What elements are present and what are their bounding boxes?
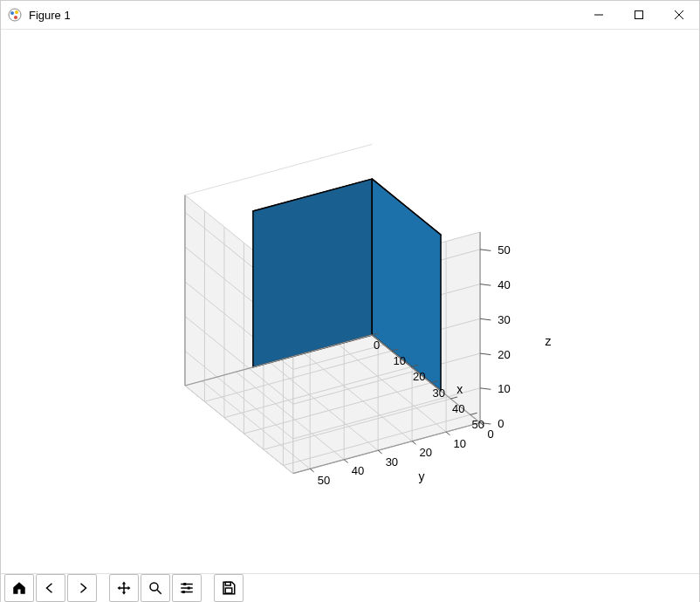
svg-line-75 <box>157 590 161 594</box>
svg-line-66 <box>344 460 348 463</box>
tick-label: 40 <box>352 464 364 477</box>
tick-label: 40 <box>452 402 464 415</box>
maximize-button[interactable] <box>619 1 659 29</box>
svg-point-0 <box>9 9 21 21</box>
svg-line-65 <box>378 450 382 454</box>
tick-label: 50 <box>472 418 484 431</box>
svg-line-64 <box>412 441 416 445</box>
tick-label: 20 <box>413 370 425 383</box>
tick-label: 50 <box>318 474 330 487</box>
svg-rect-81 <box>182 591 185 593</box>
svg-line-73 <box>480 250 491 251</box>
back-button[interactable] <box>36 574 65 602</box>
minimize-button[interactable] <box>579 1 619 29</box>
svg-rect-77 <box>183 583 186 585</box>
tick-label: 0 <box>374 339 380 352</box>
home-button[interactable] <box>4 574 34 602</box>
tick-label: 40 <box>498 278 510 291</box>
svg-marker-48 <box>253 179 372 367</box>
svg-point-2 <box>15 10 18 14</box>
svg-point-1 <box>10 11 14 15</box>
zoom-button[interactable] <box>141 574 170 602</box>
tick-label: y <box>418 469 424 483</box>
svg-line-71 <box>480 318 491 320</box>
svg-line-72 <box>480 284 491 286</box>
svg-rect-83 <box>225 588 232 593</box>
app-icon <box>8 8 22 22</box>
plot-canvas[interactable]: 010203040500102030405001020304050xyz <box>1 30 699 573</box>
tick-label: 30 <box>386 455 398 469</box>
svg-rect-79 <box>188 587 190 590</box>
svg-rect-5 <box>635 11 643 19</box>
svg-line-63 <box>446 432 450 435</box>
pan-button[interactable] <box>109 574 139 602</box>
tick-label: 30 <box>433 387 445 400</box>
tick-label: 0 <box>498 417 504 430</box>
tick-label: 0 <box>488 428 494 441</box>
svg-point-74 <box>150 583 158 591</box>
forward-button[interactable] <box>67 574 97 602</box>
close-button[interactable] <box>659 1 699 29</box>
nav-toolbar <box>1 573 699 602</box>
window-title: Figure 1 <box>29 9 71 22</box>
svg-rect-82 <box>225 582 230 585</box>
save-button[interactable] <box>214 574 244 602</box>
subplots-button[interactable] <box>172 574 202 602</box>
tick-label: 50 <box>498 243 510 257</box>
figure-window: Figure 1 0102030405001020304050010203040… <box>0 0 700 602</box>
titlebar: Figure 1 <box>1 1 699 30</box>
svg-point-3 <box>14 16 17 19</box>
plot-svg <box>1 30 699 571</box>
svg-line-69 <box>480 388 491 390</box>
svg-line-70 <box>480 353 491 355</box>
tick-label: 20 <box>498 348 510 361</box>
tick-label: 10 <box>454 437 466 450</box>
svg-line-67 <box>310 469 314 472</box>
tick-label: 10 <box>394 354 406 367</box>
tick-label: x <box>456 382 463 396</box>
tick-label: 30 <box>498 313 510 326</box>
tick-label: 20 <box>420 446 432 459</box>
tick-label: z <box>545 334 551 348</box>
tick-label: 10 <box>498 382 510 395</box>
